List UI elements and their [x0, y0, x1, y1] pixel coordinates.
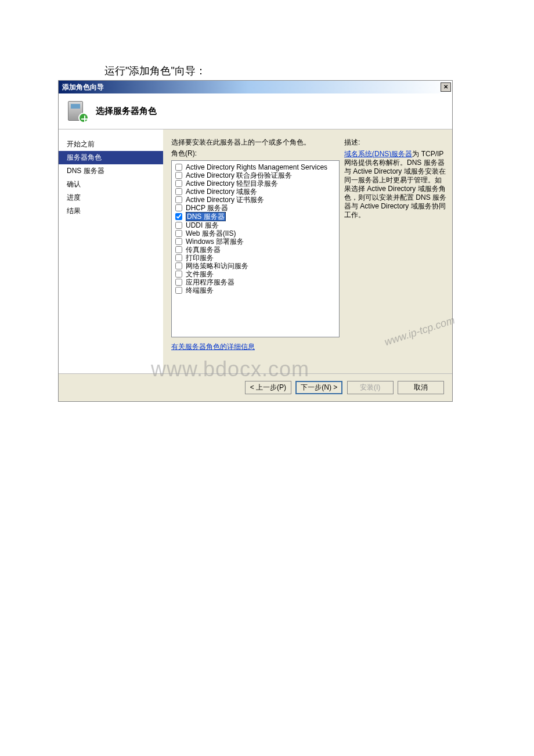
role-name: Active Directory 轻型目录服务: [186, 179, 278, 188]
description-link[interactable]: 域名系统(DNS)服务器: [344, 150, 412, 158]
role-name: 打印服务: [186, 254, 214, 262]
role-name: 网络策略和访问服务: [186, 262, 248, 270]
wizard-footer: < 上一步(P) 下一步(N) > 安装(I) 取消: [59, 373, 452, 401]
role-row[interactable]: Web 服务器(IIS): [174, 229, 337, 237]
sidebar-item-2[interactable]: DNS 服务器: [59, 164, 163, 178]
role-row[interactable]: 终端服务: [174, 286, 337, 294]
next-button[interactable]: 下一步(N) >: [295, 381, 342, 394]
role-checkbox[interactable]: [175, 246, 182, 253]
close-icon[interactable]: ✕: [441, 82, 451, 92]
role-row[interactable]: DNS 服务器: [174, 212, 337, 221]
banner-title: 选择服务器角色: [96, 106, 157, 117]
instruction-text: 选择要安装在此服务器上的一个或多个角色。: [171, 138, 340, 147]
role-checkbox[interactable]: [175, 271, 182, 278]
intro-text: 运行"添加角色"向导：: [104, 64, 534, 78]
sidebar-item-5[interactable]: 结果: [59, 204, 163, 218]
server-role-icon: [66, 100, 89, 123]
role-row[interactable]: Active Directory 域服务: [174, 188, 337, 196]
role-row[interactable]: 网络策略和访问服务: [174, 262, 337, 270]
role-row[interactable]: 传真服务器: [174, 246, 337, 254]
role-checkbox[interactable]: [175, 213, 182, 220]
role-checkbox[interactable]: [175, 204, 182, 211]
role-checkbox[interactable]: [175, 172, 182, 179]
role-row[interactable]: Active Directory 联合身份验证服务: [174, 171, 337, 179]
role-checkbox[interactable]: [175, 222, 182, 229]
install-button: 安装(I): [347, 381, 394, 394]
description-panel: 描述: 域名系统(DNS)服务器为 TCP/IP 网络提供名称解析。DNS 服务…: [344, 138, 448, 371]
role-name: 文件服务: [186, 270, 214, 278]
wizard-window: 添加角色向导 ✕ 选择服务器角色 开始之前服务器角色DNS 服务器确认进度结果 …: [58, 80, 453, 402]
wizard-sidebar: 开始之前服务器角色DNS 服务器确认进度结果: [59, 129, 163, 373]
role-name: DHCP 服务器: [186, 204, 228, 212]
role-row[interactable]: Active Directory Rights Management Servi…: [174, 163, 337, 171]
role-row[interactable]: Active Directory 轻型目录服务: [174, 179, 337, 188]
role-checkbox[interactable]: [175, 164, 182, 171]
role-checkbox[interactable]: [175, 188, 182, 195]
role-checkbox[interactable]: [175, 238, 182, 245]
role-name: Active Directory Rights Management Servi…: [186, 163, 327, 171]
role-checkbox[interactable]: [175, 287, 182, 294]
role-name: UDDI 服务: [186, 221, 219, 229]
description-body: 域名系统(DNS)服务器为 TCP/IP 网络提供名称解析。DNS 服务器与 A…: [344, 150, 448, 219]
role-row[interactable]: Windows 部署服务: [174, 237, 337, 246]
description-title: 描述:: [344, 138, 448, 147]
role-row[interactable]: DHCP 服务器: [174, 204, 337, 212]
description-text: 为 TCP/IP 网络提供名称解析。DNS 服务器与 Active Direct…: [344, 150, 446, 219]
role-checkbox[interactable]: [175, 230, 182, 237]
role-name: Active Directory 域服务: [186, 188, 257, 196]
role-name: 传真服务器: [186, 246, 221, 254]
role-checkbox[interactable]: [175, 196, 182, 203]
role-name: 终端服务: [186, 286, 214, 294]
sidebar-item-1[interactable]: 服务器角色: [59, 151, 163, 164]
more-info-link[interactable]: 有关服务器角色的详细信息: [171, 342, 340, 352]
role-name: Active Directory 证书服务: [186, 196, 264, 204]
role-checkbox[interactable]: [175, 279, 182, 286]
sidebar-item-4[interactable]: 进度: [59, 191, 163, 204]
role-name: Active Directory 联合身份验证服务: [186, 171, 292, 179]
role-checkbox[interactable]: [175, 180, 182, 187]
role-checkbox[interactable]: [175, 262, 182, 269]
window-title: 添加角色向导: [60, 82, 441, 92]
role-checkbox[interactable]: [175, 254, 182, 261]
role-name: Web 服务器(IIS): [186, 229, 236, 237]
role-name: Windows 部署服务: [186, 237, 244, 246]
role-name: DNS 服务器: [186, 212, 226, 221]
roles-label: 角色(R):: [171, 149, 340, 159]
role-name: 应用程序服务器: [186, 278, 234, 286]
role-row[interactable]: Active Directory 证书服务: [174, 196, 337, 204]
roles-listbox[interactable]: Active Directory Rights Management Servi…: [171, 160, 340, 337]
sidebar-item-3[interactable]: 确认: [59, 178, 163, 191]
role-row[interactable]: UDDI 服务: [174, 221, 337, 229]
role-row[interactable]: 应用程序服务器: [174, 278, 337, 286]
prev-button[interactable]: < 上一步(P): [245, 381, 291, 394]
cancel-button[interactable]: 取消: [398, 381, 444, 394]
role-row[interactable]: 文件服务: [174, 270, 337, 278]
role-row[interactable]: 打印服务: [174, 254, 337, 262]
titlebar[interactable]: 添加角色向导 ✕: [59, 81, 452, 93]
sidebar-item-0[interactable]: 开始之前: [59, 138, 163, 151]
header-banner: 选择服务器角色: [59, 93, 452, 129]
